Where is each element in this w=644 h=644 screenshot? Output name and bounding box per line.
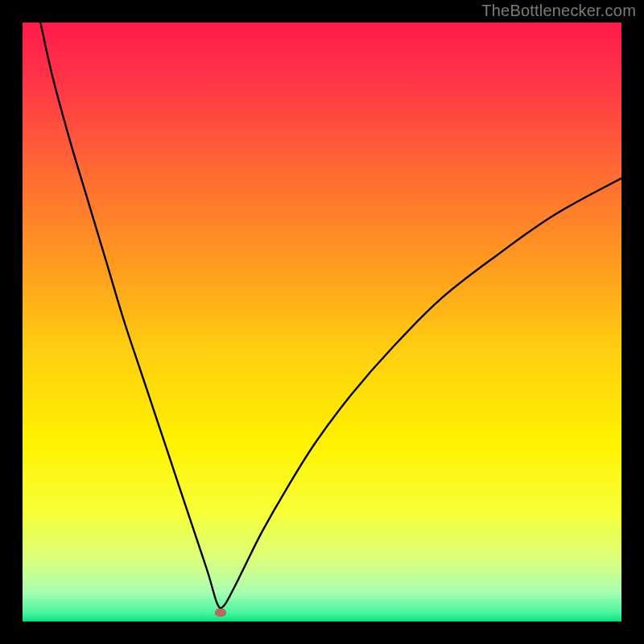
optimum-marker [215, 609, 226, 617]
chart-curve-svg [23, 23, 621, 621]
watermark-text: TheBottlenecker.com [481, 2, 636, 20]
bottleneck-curve-path [40, 23, 621, 608]
chart-frame [23, 23, 621, 621]
